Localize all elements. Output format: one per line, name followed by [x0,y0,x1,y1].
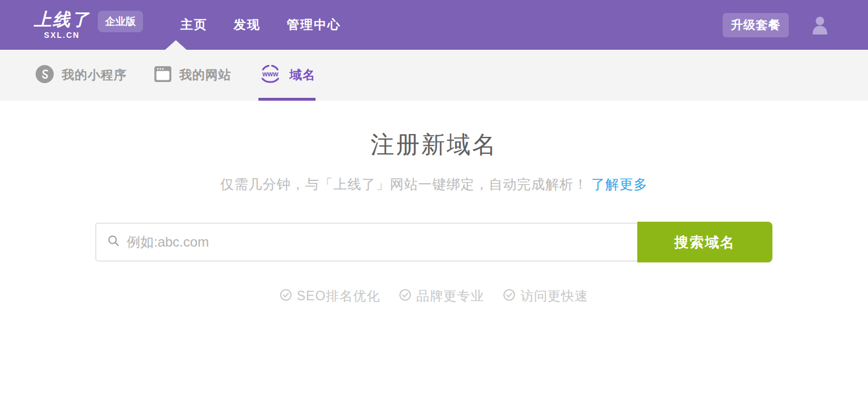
tab-domains[interactable]: www 域名 [258,50,316,101]
feature-seo: SEO排名优化 [280,287,381,305]
subtitle-text: 仅需几分钟，与「上线了」网站一键绑定，自动完成解析！ [221,176,588,192]
www-domain-icon: www [258,64,282,87]
domain-register-section: 注册新域名 仅需几分钟，与「上线了」网站一键绑定，自动完成解析！了解更多 搜索域… [0,129,868,305]
domain-search-input[interactable] [127,225,626,259]
search-domain-button[interactable]: 搜索域名 [637,222,772,262]
search-icon [107,235,120,249]
page-title: 注册新域名 [0,129,868,161]
check-circle-icon [503,289,515,303]
domain-search-box[interactable] [96,223,638,261]
tab-label: 我的网站 [179,67,231,84]
check-circle-icon [280,289,292,303]
tab-my-websites[interactable]: 我的网站 [154,50,231,101]
learn-more-link[interactable]: 了解更多 [591,176,648,192]
nav-item-admin-center[interactable]: 管理中心 [287,0,341,50]
upgrade-plan-button[interactable]: 升级套餐 [723,13,789,37]
feature-label: SEO排名优化 [297,287,381,305]
domain-search-row: 搜索域名 [96,222,772,262]
logo-domain-text: SXL.CN [44,31,80,40]
top-header: 上线了 SXL.CN 企业版 主页 发现 管理中心 升级套餐 [0,0,868,50]
page-subtitle: 仅需几分钟，与「上线了」网站一键绑定，自动完成解析！了解更多 [0,175,868,193]
feature-brand: 品牌更专业 [399,287,484,305]
miniprogram-icon [35,64,54,86]
svg-text:www: www [262,70,279,78]
tab-label: 域名 [290,67,316,84]
feature-list: SEO排名优化 品牌更专业 访问更快速 [0,287,868,305]
active-nav-notch [165,40,187,50]
nav-item-discover[interactable]: 发现 [234,0,261,50]
feature-speed: 访问更快速 [503,287,588,305]
user-avatar-icon[interactable] [811,16,828,34]
website-icon [154,66,172,85]
tab-label: 我的小程序 [62,67,127,84]
workspace-tab-bar: 我的小程序 我的网站 www 域名 [0,50,868,101]
tab-my-miniprograms[interactable]: 我的小程序 [35,50,127,101]
top-nav: 主页 发现 管理中心 [180,0,341,50]
logo-wordmark: 上线了 [34,11,90,28]
edition-badge: 企业版 [98,11,143,32]
tab-underline [258,98,316,101]
check-circle-icon [399,289,411,303]
feature-label: 访问更快速 [520,287,588,305]
feature-label: 品牌更专业 [416,287,484,305]
sxl-logo[interactable]: 上线了 SXL.CN [34,11,90,40]
